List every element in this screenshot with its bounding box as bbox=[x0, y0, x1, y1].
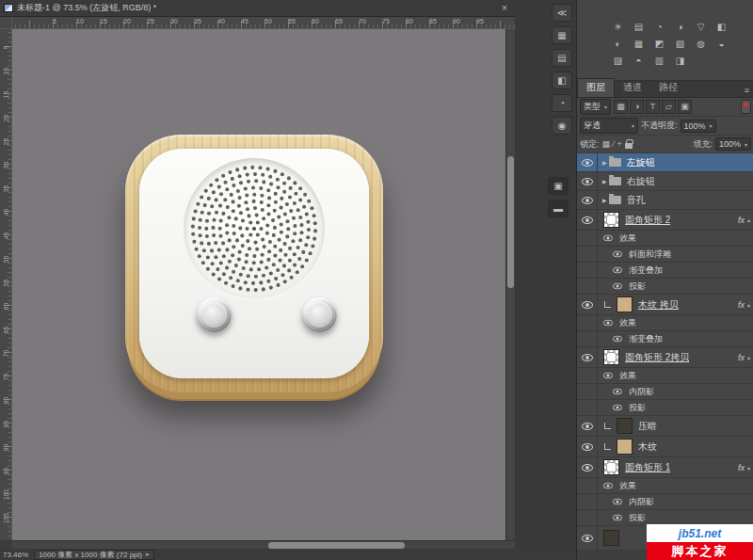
visibility-toggle[interactable] bbox=[577, 416, 598, 436]
brightness-contrast-icon[interactable]: ☀ bbox=[611, 21, 625, 33]
layer-effect-row[interactable]: 效果 bbox=[577, 231, 753, 247]
layer-effect-row[interactable]: 内阴影 bbox=[577, 494, 753, 510]
filter-type-dropdown[interactable]: 类型 ▾ bbox=[580, 99, 611, 115]
vertical-scrollbar-thumb[interactable] bbox=[507, 156, 514, 288]
layer-group-row[interactable]: ▶右旋钮 bbox=[577, 172, 753, 191]
canvas[interactable] bbox=[12, 29, 505, 540]
collapse-to-icons-icon[interactable]: ≪ bbox=[552, 4, 572, 22]
exposure-icon[interactable]: ◑ bbox=[673, 21, 687, 33]
selective-color-icon[interactable]: ◨ bbox=[673, 55, 687, 67]
visibility-toggle[interactable] bbox=[577, 247, 598, 262]
properties-panel-icon[interactable]: ▣ bbox=[548, 177, 569, 195]
info-panel-icon[interactable]: ◉ bbox=[552, 117, 572, 135]
color-lookup-icon[interactable]: ◍ bbox=[694, 38, 708, 50]
layer-group-row[interactable]: ▶左旋钮 bbox=[577, 153, 753, 172]
hue-saturation-icon[interactable]: ◧ bbox=[714, 21, 729, 33]
layer-effect-row[interactable]: 渐变叠加 bbox=[577, 331, 753, 347]
visibility-toggle[interactable] bbox=[577, 437, 598, 456]
visibility-toggle[interactable] bbox=[577, 347, 598, 367]
fill-dropdown[interactable]: 100% ▾ bbox=[715, 137, 751, 151]
layer-effect-row[interactable]: 效果 bbox=[577, 478, 753, 494]
filter-switch[interactable] bbox=[741, 100, 751, 114]
collapse-triangle-icon[interactable]: ▶ bbox=[602, 197, 607, 203]
collapse-triangle-icon[interactable]: ▶ bbox=[602, 159, 607, 166]
tab-paths[interactable]: 路径 bbox=[650, 79, 686, 97]
layer-effect-row[interactable]: 渐变叠加 bbox=[577, 263, 753, 279]
close-icon[interactable]: × bbox=[498, 3, 511, 13]
visibility-toggle[interactable] bbox=[577, 400, 598, 415]
layer-group-row[interactable]: ▶音孔 bbox=[577, 191, 753, 210]
history-panel-icon[interactable]: ◔ bbox=[552, 94, 572, 112]
panel-menu-icon[interactable]: ≡ bbox=[745, 86, 753, 97]
lock-pixels-icon[interactable]: ∕ bbox=[613, 139, 615, 149]
layer-effect-row[interactable]: 投影 bbox=[577, 279, 753, 295]
color-panel-icon[interactable]: ▦ bbox=[552, 26, 572, 44]
visibility-toggle[interactable] bbox=[577, 263, 598, 278]
type-layer-filter-icon[interactable]: T bbox=[646, 100, 660, 114]
visibility-toggle[interactable] bbox=[577, 478, 598, 493]
pixel-layer-filter-icon[interactable]: ▦ bbox=[614, 100, 628, 114]
layer-effect-row[interactable]: 效果 bbox=[577, 368, 753, 384]
visibility-toggle[interactable] bbox=[577, 172, 598, 190]
layer-row[interactable]: 压暗 bbox=[577, 416, 753, 437]
layer-row[interactable]: 圆角矩形 2拷贝fx▴ bbox=[577, 347, 753, 368]
blend-mode-dropdown[interactable]: 穿透 ▾ bbox=[580, 118, 638, 134]
black-white-icon[interactable]: ▦ bbox=[632, 38, 646, 50]
layer-row[interactable]: 木纹 拷贝fx▴ bbox=[577, 295, 753, 315]
threshold-icon[interactable]: ◓ bbox=[632, 55, 646, 67]
layer-row[interactable]: 木纹 bbox=[577, 437, 753, 457]
posterize-icon[interactable]: ▨ bbox=[611, 55, 625, 67]
styles-panel-icon[interactable]: ◧ bbox=[552, 72, 572, 89]
timeline-panel-icon[interactable]: ▬ bbox=[548, 200, 569, 217]
visibility-toggle[interactable] bbox=[577, 191, 598, 209]
visibility-toggle[interactable] bbox=[577, 384, 598, 399]
zoom-level[interactable]: 73.46% bbox=[3, 551, 28, 559]
visibility-toggle[interactable] bbox=[577, 494, 598, 509]
gradient-map-icon[interactable]: ▥ bbox=[652, 55, 666, 67]
fx-collapse-icon[interactable]: ▴ bbox=[747, 301, 750, 308]
fx-collapse-icon[interactable]: ▴ bbox=[747, 464, 750, 471]
horizontal-scrollbar-thumb[interactable] bbox=[268, 542, 405, 549]
visibility-toggle[interactable] bbox=[577, 153, 598, 171]
smart-object-filter-icon[interactable]: ▣ bbox=[678, 100, 692, 114]
visibility-toggle[interactable] bbox=[577, 295, 598, 314]
adjustment-layer-filter-icon[interactable]: ◑ bbox=[630, 100, 644, 114]
swatches-panel-icon[interactable]: ▤ bbox=[552, 49, 572, 67]
layer-effect-row[interactable]: 内阴影 bbox=[577, 384, 753, 400]
visibility-toggle[interactable] bbox=[577, 210, 598, 230]
status-arrow-icon[interactable]: ▸ bbox=[146, 551, 150, 558]
visibility-toggle[interactable] bbox=[577, 526, 598, 550]
layer-effect-row[interactable]: 效果 bbox=[577, 315, 753, 331]
layer-row[interactable]: 圆角矩形 2fx▴ bbox=[577, 210, 753, 231]
tab-layers[interactable]: 图层 bbox=[577, 78, 615, 97]
visibility-toggle[interactable] bbox=[577, 231, 598, 246]
tab-channels[interactable]: 通道 bbox=[615, 79, 650, 97]
visibility-toggle[interactable] bbox=[577, 457, 598, 477]
visibility-toggle[interactable] bbox=[577, 279, 598, 294]
visibility-toggle[interactable] bbox=[577, 368, 598, 383]
lock-position-icon[interactable]: + bbox=[617, 139, 622, 149]
document-info[interactable]: 1000 像素 x 1000 像素 (72 ppi) ▸ bbox=[34, 550, 153, 560]
vibrance-icon[interactable]: ▽ bbox=[694, 21, 708, 33]
invert-icon[interactable]: ◒ bbox=[714, 38, 729, 50]
visibility-toggle[interactable] bbox=[577, 510, 598, 525]
levels-icon[interactable]: ▤ bbox=[632, 21, 646, 33]
layer-effect-row[interactable]: 斜面和浮雕 bbox=[577, 247, 753, 263]
fx-collapse-icon[interactable]: ▴ bbox=[747, 354, 750, 360]
layer-effect-row[interactable]: 投影 bbox=[577, 400, 753, 416]
lock-transparency-icon[interactable]: ▦ bbox=[602, 139, 611, 149]
opacity-dropdown[interactable]: 100% ▾ bbox=[681, 120, 716, 133]
horizontal-scrollbar[interactable] bbox=[12, 540, 515, 549]
photo-filter-icon[interactable]: ◩ bbox=[652, 38, 666, 50]
lock-all-icon[interactable] bbox=[625, 143, 633, 149]
channel-mixer-icon[interactable]: ▧ bbox=[673, 38, 687, 50]
color-balance-icon[interactable]: ◐ bbox=[611, 38, 625, 50]
visibility-toggle[interactable] bbox=[577, 331, 598, 346]
curves-icon[interactable]: ◔ bbox=[652, 21, 666, 33]
layer-row[interactable]: 圆角矩形 1fx▴ bbox=[577, 457, 753, 478]
shape-layer-filter-icon[interactable]: ▱ bbox=[662, 100, 676, 114]
fx-collapse-icon[interactable]: ▴ bbox=[747, 216, 750, 223]
visibility-toggle[interactable] bbox=[577, 315, 598, 330]
collapse-triangle-icon[interactable]: ▶ bbox=[602, 178, 607, 184]
vertical-scrollbar[interactable] bbox=[505, 29, 515, 540]
